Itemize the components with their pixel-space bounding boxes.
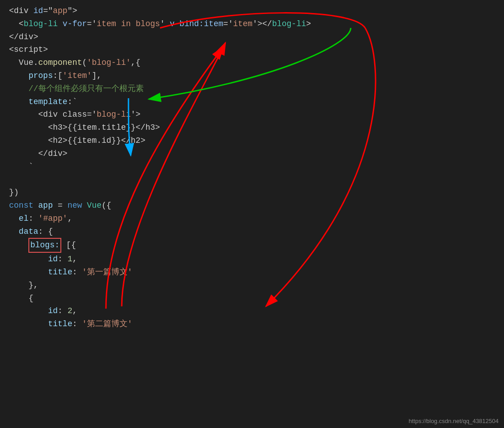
code-line-2: <blog-li v-for='item in blogs' v-bind:it… — [9, 18, 495, 31]
code-line-18: data: { — [9, 225, 495, 238]
blogs-highlight: blogs: — [28, 238, 61, 253]
code-line-3: </div> — [9, 31, 495, 44]
code-line-10: <h3>{{item.title}}</h3> — [9, 121, 495, 134]
code-line-4: <script> — [9, 43, 495, 56]
code-line-8: template:` — [9, 96, 495, 109]
code-line-25: title: '第二篇博文' — [9, 318, 495, 331]
code-line-11: <h2>{{item.id}}</h2> — [9, 134, 495, 147]
code-line-21: title: '第一篇博文' — [9, 266, 495, 279]
code-line-9: <div class='blog-li'> — [9, 108, 495, 121]
code-line-22: }, — [9, 279, 495, 292]
code-line-20: id: 1, — [9, 253, 495, 266]
code-line-1: <div id="app"> — [9, 5, 495, 18]
code-line-7: //每个组件必须只有一个根元素 — [9, 82, 495, 96]
code-line-24: id: 2, — [9, 305, 495, 318]
watermark: https://blog.csdn.net/qq_43812504 — [409, 418, 499, 424]
code-line-6: props:['item'], — [9, 69, 495, 82]
code-line-16: const app = new Vue({ — [9, 199, 495, 212]
code-line-15: }) — [9, 186, 495, 199]
code-line-17: el: '#app', — [9, 212, 495, 225]
code-line-14 — [9, 173, 495, 186]
code-line-12: </div> — [9, 147, 495, 160]
code-line-5: Vue.component('blog-li',{ — [9, 56, 495, 69]
code-line-23: { — [9, 292, 495, 305]
code-line-13: ` — [9, 160, 495, 173]
code-editor: <div id="app"> <blog-li v-for='item in b… — [0, 0, 504, 335]
code-line-19: blogs: [{ — [9, 238, 495, 253]
